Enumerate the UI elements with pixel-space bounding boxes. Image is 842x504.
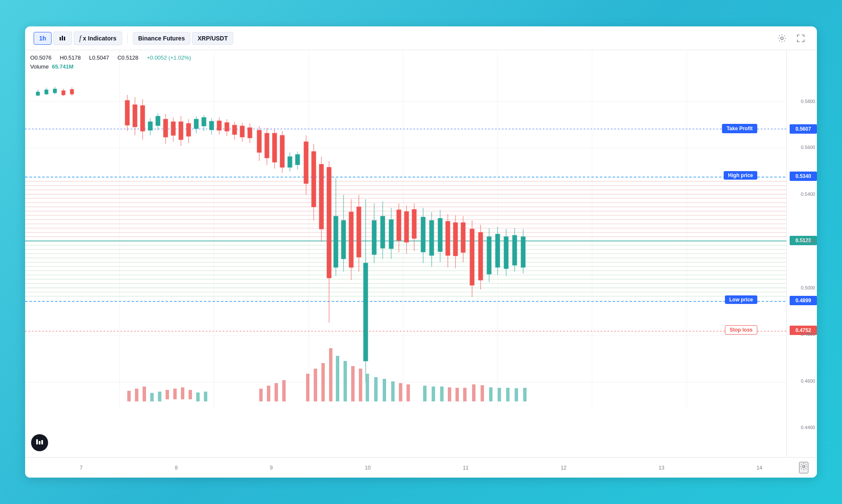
svg-rect-206 (523, 388, 527, 401)
price-info: O0.5076 H0.5178 L0.5047 C0.5128 +0.0052 … (30, 54, 195, 72)
svg-rect-54 (36, 92, 40, 95)
svg-rect-76 (171, 122, 175, 135)
take-profit-price: 0.5607 (790, 124, 817, 134)
svg-rect-172 (150, 393, 154, 401)
svg-point-207 (803, 466, 805, 468)
svg-rect-150 (461, 223, 465, 252)
high-price-badge: 0.5340 (790, 172, 817, 181)
chart-container: 1h fx Indicators Binance Futures XRP/USD… (25, 26, 817, 478)
svg-point-6 (781, 37, 783, 40)
svg-rect-176 (259, 389, 263, 401)
chart-type-button[interactable] (53, 32, 72, 45)
svg-rect-192 (399, 383, 402, 401)
svg-rect-194 (423, 386, 427, 401)
y-axis: 0.5607 0.5340 0.5128 0.4899 0.4752 0.580… (786, 50, 817, 457)
svg-rect-202 (489, 387, 493, 401)
high-price-label[interactable]: High price (724, 171, 757, 180)
svg-rect-189 (374, 377, 378, 401)
volume-label: Volume (30, 63, 49, 70)
y-label-4600: 0.4600 (801, 378, 815, 384)
y-label-5800: 0.5800 (801, 99, 815, 104)
x-label-7: 7 (80, 465, 83, 471)
svg-rect-173 (158, 392, 161, 401)
x-label-11: 11 (463, 465, 468, 471)
svg-rect-152 (470, 229, 474, 285)
svg-rect-78 (179, 122, 183, 140)
bottom-gear-button[interactable] (799, 462, 808, 473)
svg-rect-177 (267, 386, 270, 401)
timeframe-button[interactable]: 1h (34, 32, 52, 45)
svg-rect-66 (133, 105, 137, 127)
svg-rect-171 (189, 390, 192, 399)
svg-rect-84 (202, 117, 206, 126)
svg-rect-136 (404, 212, 409, 242)
svg-rect-162 (513, 235, 517, 265)
fullscreen-button[interactable] (793, 31, 808, 46)
svg-rect-104 (280, 135, 284, 167)
toolbar-right (774, 31, 808, 46)
svg-rect-94 (240, 126, 244, 137)
chart-area: O0.5076 H0.5178 L0.5047 C0.5128 +0.0052 … (25, 50, 817, 457)
svg-rect-160 (504, 237, 508, 269)
svg-rect-62 (70, 89, 74, 94)
svg-rect-193 (407, 384, 410, 401)
indicators-button[interactable]: fx Indicators (74, 32, 122, 45)
exchange-button[interactable]: Binance Futures (133, 32, 191, 45)
low-price-label[interactable]: Low price (725, 295, 757, 304)
y-label-5000: 0.5000 (801, 285, 815, 290)
svg-rect-108 (295, 155, 300, 165)
svg-rect-98 (257, 130, 261, 152)
svg-rect-2 (64, 37, 65, 40)
svg-rect-180 (306, 374, 309, 401)
svg-rect-106 (288, 157, 292, 167)
svg-rect-74 (163, 119, 168, 137)
svg-rect-72 (156, 116, 160, 126)
settings-button[interactable] (774, 31, 790, 46)
svg-rect-60 (62, 91, 65, 95)
svg-rect-80 (186, 123, 191, 136)
svg-rect-166 (135, 389, 138, 401)
svg-rect-1 (62, 36, 63, 40)
svg-rect-140 (421, 217, 425, 252)
svg-rect-56 (45, 90, 48, 94)
tradingview-logo (31, 434, 48, 451)
svg-rect-144 (438, 218, 442, 252)
svg-rect-148 (453, 223, 458, 256)
svg-rect-92 (232, 125, 237, 135)
svg-rect-178 (275, 383, 278, 401)
x-label-9: 9 (270, 465, 273, 471)
svg-rect-203 (498, 388, 501, 401)
svg-rect-183 (329, 348, 332, 401)
svg-rect-175 (204, 392, 207, 401)
svg-rect-184 (336, 356, 339, 401)
svg-rect-200 (472, 384, 475, 401)
svg-rect-188 (366, 374, 369, 401)
close-val: 0.5128 (121, 54, 138, 61)
high-val: 0.5178 (64, 54, 81, 61)
y-label-5400: 0.5400 (801, 192, 815, 197)
svg-rect-142 (430, 220, 434, 255)
svg-rect-179 (282, 380, 286, 401)
y-label-5200: 0.5200 (801, 238, 815, 243)
chart-main[interactable]: O0.5076 H0.5178 L0.5047 C0.5128 +0.0052 … (25, 50, 786, 457)
pair-button[interactable]: XRP/USDT (192, 32, 233, 45)
take-profit-label[interactable]: Take Profit (722, 124, 757, 133)
svg-rect-167 (143, 387, 146, 401)
open-val: 0.5076 (34, 54, 52, 61)
svg-rect-122 (349, 212, 353, 267)
x-label-12: 12 (561, 465, 566, 471)
svg-rect-124 (357, 207, 361, 257)
svg-rect-68 (140, 106, 145, 131)
svg-rect-199 (463, 388, 467, 401)
svg-rect-174 (196, 392, 200, 401)
svg-rect-120 (341, 220, 346, 259)
change-val: +0.0052 (+1.02%) (147, 54, 191, 61)
svg-rect-190 (383, 379, 386, 401)
svg-rect-158 (495, 234, 500, 267)
svg-rect-118 (334, 216, 338, 267)
svg-rect-182 (321, 363, 325, 401)
y-label-4400: 0.4400 (801, 425, 815, 430)
x-label-10: 10 (365, 465, 370, 471)
svg-rect-70 (148, 122, 152, 130)
stop-loss-label[interactable]: Stop loss (725, 325, 757, 335)
